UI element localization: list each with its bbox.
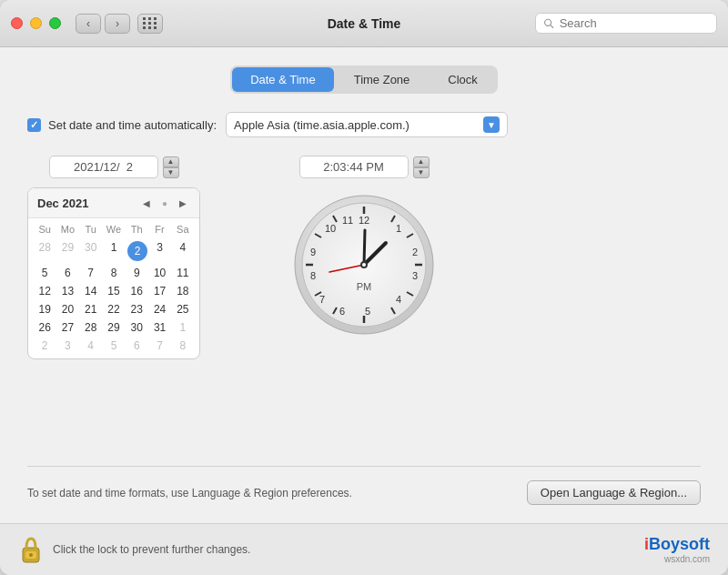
cal-cell[interactable]: 24: [148, 300, 170, 318]
back-button[interactable]: ‹: [76, 14, 101, 34]
apps-grid-button[interactable]: [137, 14, 163, 34]
traffic-lights: [11, 17, 61, 29]
date-input[interactable]: [49, 156, 158, 178]
tab-date-time[interactable]: Date & Time: [232, 67, 334, 92]
day-label-mo: Mo: [56, 222, 78, 237]
cal-cell[interactable]: 26: [34, 318, 56, 337]
close-button[interactable]: [11, 17, 23, 29]
cal-cell[interactable]: 25: [172, 300, 194, 318]
auto-set-checkbox[interactable]: ✓: [27, 118, 41, 132]
checkmark-icon: ✓: [30, 119, 38, 131]
svg-point-36: [29, 553, 33, 557]
cal-cell[interactable]: 12: [34, 282, 56, 300]
svg-text:11: 11: [342, 215, 353, 226]
cal-cell[interactable]: 27: [56, 318, 78, 337]
cal-cell[interactable]: 28: [80, 318, 102, 337]
cal-cell[interactable]: 15: [103, 282, 125, 300]
cal-cell[interactable]: 7: [148, 337, 170, 355]
day-label-we: We: [103, 222, 125, 237]
cal-cell[interactable]: 23: [126, 300, 147, 318]
day-label-fr: Fr: [148, 222, 170, 237]
time-input-row: ▲ ▼: [299, 156, 430, 178]
nav-buttons: ‹ ›: [76, 14, 130, 34]
cal-cell[interactable]: 8: [103, 264, 125, 282]
cal-cell[interactable]: 6: [126, 337, 147, 355]
cal-cell[interactable]: 5: [34, 264, 56, 282]
time-input[interactable]: [299, 156, 409, 178]
window-title: Date & Time: [328, 16, 401, 31]
brand-logo: iBoysoft: [644, 535, 710, 554]
auto-set-checkbox-wrapper: ✓ Set date and time automatically:: [27, 118, 217, 132]
cal-cell[interactable]: 28: [34, 238, 56, 264]
cal-cell[interactable]: 17: [148, 282, 170, 300]
date-decrement-button[interactable]: ▼: [163, 167, 179, 178]
cal-cell[interactable]: 19: [34, 300, 56, 318]
cal-cell[interactable]: 3: [148, 238, 170, 264]
dropdown-arrow-icon: ▼: [483, 116, 500, 133]
minimize-button[interactable]: [30, 17, 42, 29]
cal-cell[interactable]: 2: [34, 337, 56, 355]
format-note: To set date and time formats, use Langua…: [27, 487, 352, 499]
time-decrement-button[interactable]: ▼: [413, 167, 430, 178]
cal-cell[interactable]: 1: [172, 318, 194, 337]
tab-clock[interactable]: Clock: [430, 67, 496, 92]
calendar-prev-button[interactable]: ◀: [139, 196, 154, 210]
brand-area: iBoysoft wsxdn.com: [644, 535, 710, 564]
cal-cell-today[interactable]: 2: [126, 238, 147, 264]
svg-text:4: 4: [396, 294, 401, 305]
cal-cell[interactable]: 11: [172, 264, 194, 282]
calendar-month-year: Dec 2021: [37, 197, 88, 210]
calendar-week-6: 2 3 4 5 6 7 8: [34, 337, 194, 355]
cal-cell[interactable]: 13: [56, 282, 78, 300]
clock-svg: 12 1 2 3 4 5 6 7 8 9 10 11 PM: [291, 192, 437, 338]
cal-cell[interactable]: 29: [103, 318, 125, 337]
server-dropdown[interactable]: Apple Asia (time.asia.apple.com.) ▼: [226, 112, 508, 137]
cal-cell[interactable]: 14: [80, 282, 102, 300]
calendar-next-button[interactable]: ▶: [176, 196, 190, 210]
date-section: ▲ ▼ Dec 2021 ◀ ● ▶: [27, 156, 200, 448]
cal-cell[interactable]: 8: [172, 337, 194, 355]
cal-cell[interactable]: 31: [148, 318, 170, 337]
search-input[interactable]: [560, 16, 709, 30]
cal-cell[interactable]: 18: [172, 282, 194, 300]
svg-line-30: [364, 230, 365, 265]
svg-text:3: 3: [412, 270, 418, 281]
date-increment-button[interactable]: ▲: [163, 156, 179, 167]
date-input-row: ▲ ▼: [49, 156, 179, 178]
tab-time-zone[interactable]: Time Zone: [336, 67, 429, 92]
cal-cell[interactable]: 30: [126, 318, 147, 337]
lock-label: Click the lock to prevent further change…: [53, 543, 250, 556]
cal-cell[interactable]: 30: [80, 238, 102, 264]
day-label-sa: Sa: [172, 222, 194, 237]
cal-cell[interactable]: 3: [56, 337, 78, 355]
server-value: Apple Asia (time.asia.apple.com.): [234, 118, 410, 132]
time-increment-button[interactable]: ▲: [413, 156, 430, 167]
cal-cell[interactable]: 21: [80, 300, 102, 318]
lock-icon[interactable]: [18, 533, 44, 566]
cal-cell[interactable]: 4: [80, 337, 102, 355]
forward-button[interactable]: ›: [105, 14, 130, 34]
search-bar[interactable]: [535, 13, 717, 34]
cal-cell[interactable]: 7: [80, 264, 102, 282]
tab-group: Date & Time Time Zone Clock: [230, 66, 498, 94]
svg-line-1: [551, 25, 553, 27]
calendar-grid: Su Mo Tu We Th Fr Sa 28 29 30: [28, 218, 199, 358]
maximize-button[interactable]: [49, 17, 61, 29]
cal-cell[interactable]: 1: [103, 238, 125, 264]
cal-cell[interactable]: 20: [56, 300, 78, 318]
cal-cell[interactable]: 29: [56, 238, 78, 264]
cal-cell[interactable]: 5: [103, 337, 125, 355]
cal-cell[interactable]: 16: [126, 282, 147, 300]
cal-cell[interactable]: 10: [148, 264, 170, 282]
bottom-area: To set date and time formats, use Langua…: [27, 466, 701, 505]
calendar-header: Dec 2021 ◀ ● ▶: [28, 188, 199, 218]
svg-text:5: 5: [365, 306, 370, 317]
open-language-region-button[interactable]: Open Language & Region...: [527, 480, 701, 505]
clock-face: 12 1 2 3 4 5 6 7 8 9 10 11 PM: [291, 192, 437, 338]
svg-text:1: 1: [396, 223, 401, 234]
cal-cell[interactable]: 22: [103, 300, 125, 318]
cal-cell[interactable]: 6: [56, 264, 78, 282]
calendar-day-headers: Su Mo Tu We Th Fr Sa: [34, 222, 194, 237]
cal-cell[interactable]: 4: [172, 238, 194, 264]
cal-cell[interactable]: 9: [126, 264, 147, 282]
